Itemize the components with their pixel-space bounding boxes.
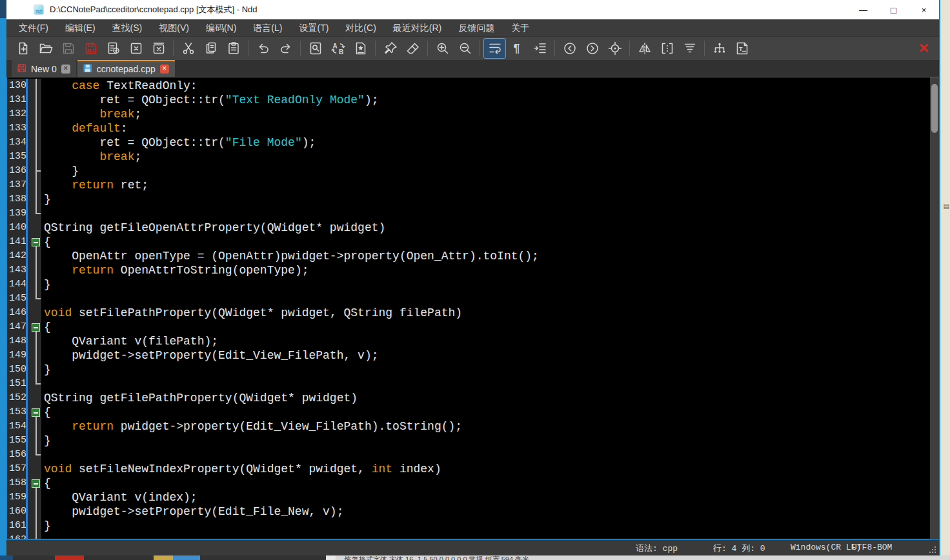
fold-margin[interactable] bbox=[31, 221, 41, 235]
fold-margin[interactable] bbox=[31, 476, 41, 490]
close-button[interactable]: × bbox=[909, 0, 939, 19]
fold-margin[interactable] bbox=[31, 249, 41, 263]
paste-button[interactable] bbox=[223, 39, 244, 58]
menu-item-settings[interactable]: 设置(T) bbox=[290, 19, 337, 36]
fold-margin[interactable] bbox=[31, 263, 41, 277]
fold-margin[interactable] bbox=[31, 164, 41, 178]
close-file-button[interactable] bbox=[125, 39, 147, 58]
fold-margin[interactable] bbox=[31, 93, 41, 107]
fold-margin[interactable] bbox=[31, 505, 41, 519]
scrollbar-thumb[interactable] bbox=[931, 84, 938, 133]
redo-icon bbox=[278, 41, 294, 56]
menu-item-edit[interactable]: 编辑(E) bbox=[57, 19, 104, 36]
tab-ccnotepad-cpp[interactable]: ccnotepad.cpp× bbox=[77, 60, 175, 77]
fold-margin[interactable] bbox=[31, 107, 41, 121]
new-file-button[interactable] bbox=[12, 39, 34, 58]
fold-margin[interactable] bbox=[31, 178, 41, 192]
maximize-button[interactable]: □ bbox=[878, 0, 909, 19]
resize-grip[interactable] bbox=[929, 546, 936, 553]
fold-margin[interactable] bbox=[31, 405, 41, 419]
fold-margin[interactable] bbox=[31, 519, 41, 533]
cut-button[interactable] bbox=[177, 39, 199, 58]
code-editor[interactable]: 130 case TextReadOnly:131 ret = QObject:… bbox=[6, 77, 939, 540]
replace-button[interactable]: AB bbox=[327, 39, 349, 58]
indent-guide-button[interactable] bbox=[529, 39, 551, 58]
pin-button[interactable] bbox=[379, 39, 401, 58]
fold-margin[interactable] bbox=[31, 334, 41, 348]
fold-margin[interactable] bbox=[31, 135, 41, 150]
fold-margin[interactable] bbox=[31, 434, 41, 448]
fold-margin[interactable] bbox=[31, 377, 41, 391]
bookmark-button[interactable] bbox=[350, 39, 371, 58]
status-eol: Windows(CR LF) bbox=[791, 543, 861, 552]
menu-item-feedback[interactable]: 反馈问题 bbox=[450, 19, 503, 36]
fold-margin[interactable] bbox=[31, 206, 41, 221]
copy-button[interactable] bbox=[200, 39, 221, 58]
format-convert-button[interactable]: T bbox=[731, 39, 753, 58]
exit-button[interactable]: × bbox=[919, 39, 929, 57]
toolbar-separator bbox=[629, 41, 630, 56]
bracket-match-icon bbox=[660, 41, 675, 56]
fold-margin[interactable] bbox=[31, 363, 41, 377]
dir-compare-button[interactable] bbox=[709, 39, 730, 58]
fold-margin[interactable] bbox=[31, 462, 41, 476]
batch-operate-button[interactable] bbox=[103, 39, 124, 58]
menu-item-file[interactable]: 文件(F) bbox=[10, 19, 57, 36]
file-compare-button[interactable] bbox=[634, 39, 655, 58]
menu-item-compare[interactable]: 对比(C) bbox=[337, 19, 384, 36]
fold-margin[interactable] bbox=[31, 292, 41, 306]
fold-margin[interactable] bbox=[31, 121, 41, 135]
fold-line-end bbox=[35, 454, 41, 455]
zoom-out-button[interactable] bbox=[454, 39, 476, 58]
save-all-button[interactable]: ALL bbox=[80, 39, 101, 58]
tab-close-icon[interactable]: × bbox=[61, 65, 70, 74]
fold-margin[interactable] bbox=[31, 150, 41, 164]
fold-margin[interactable] bbox=[31, 419, 41, 434]
clear-marks-button[interactable] bbox=[402, 39, 423, 58]
menu-item-about[interactable]: 关于 bbox=[503, 19, 538, 36]
vertical-scrollbar[interactable] bbox=[930, 77, 939, 539]
fold-margin[interactable] bbox=[31, 391, 41, 405]
fold-margin[interactable] bbox=[31, 235, 41, 249]
jump-forward-button[interactable] bbox=[581, 39, 603, 58]
undo-button[interactable] bbox=[252, 39, 274, 58]
code-text bbox=[41, 533, 44, 540]
menu-item-search[interactable]: 查找(S) bbox=[104, 19, 151, 36]
redo-button[interactable] bbox=[275, 39, 296, 58]
fold-margin[interactable] bbox=[31, 533, 41, 540]
line-number: 144 bbox=[7, 277, 26, 292]
find-button[interactable] bbox=[305, 39, 326, 58]
line-number: 135 bbox=[7, 150, 26, 164]
fold-margin[interactable] bbox=[31, 277, 41, 292]
close-all-files-button[interactable] bbox=[148, 39, 169, 58]
bracket-match-button[interactable] bbox=[656, 39, 678, 58]
fold-margin[interactable] bbox=[31, 448, 41, 462]
menu-item-language[interactable]: 语言(L) bbox=[245, 19, 290, 36]
filter-lines-button[interactable] bbox=[679, 39, 700, 58]
fold-margin[interactable] bbox=[31, 306, 41, 320]
fold-collapse-box[interactable] bbox=[32, 323, 40, 332]
minimize-button[interactable]: — bbox=[848, 0, 878, 19]
fold-margin[interactable] bbox=[31, 192, 41, 206]
jump-back-button[interactable] bbox=[559, 39, 580, 58]
open-file-button[interactable] bbox=[35, 39, 56, 58]
fold-margin[interactable] bbox=[31, 490, 41, 505]
menu-item-encoding[interactable]: 编码(N) bbox=[197, 19, 245, 36]
fold-margin[interactable] bbox=[31, 320, 41, 334]
menu-item-recent-compare[interactable]: 最近对比(R) bbox=[385, 19, 450, 36]
code-text: } bbox=[41, 277, 51, 292]
code-line: 137 return ret; bbox=[7, 178, 939, 192]
pin-icon bbox=[383, 41, 398, 56]
locate-line-button[interactable] bbox=[604, 39, 625, 58]
fold-margin[interactable] bbox=[31, 348, 41, 363]
show-whitespace-button[interactable]: ¶ bbox=[507, 39, 528, 58]
word-wrap-button[interactable] bbox=[484, 39, 505, 58]
fold-margin[interactable] bbox=[31, 79, 41, 93]
tab-new-0[interactable]: New 0× bbox=[12, 60, 76, 77]
fold-collapse-box[interactable] bbox=[32, 479, 40, 488]
zoom-in-button[interactable] bbox=[432, 39, 453, 58]
tab-close-icon[interactable]: × bbox=[160, 65, 169, 74]
fold-collapse-box[interactable] bbox=[32, 408, 40, 417]
fold-collapse-box[interactable] bbox=[32, 238, 40, 246]
menu-item-view[interactable]: 视图(V) bbox=[150, 19, 197, 36]
